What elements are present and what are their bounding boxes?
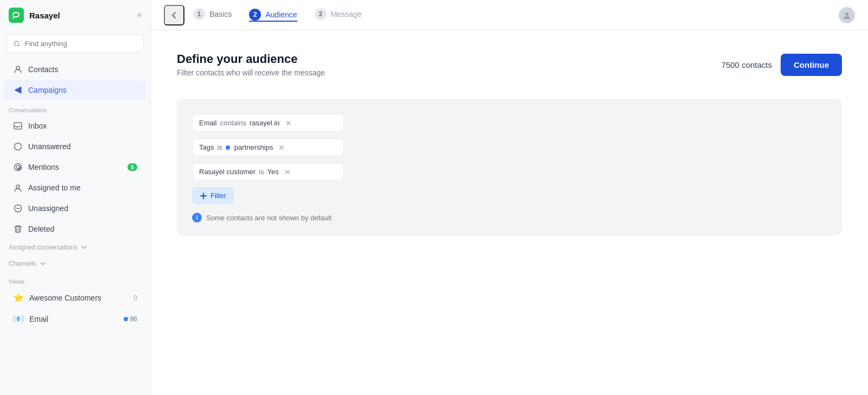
- add-filter-label: Filter: [210, 192, 226, 200]
- chevron-down-icon: [81, 244, 87, 251]
- campaigns-icon: [13, 85, 23, 95]
- filter-customer-op: is: [259, 168, 264, 176]
- rasayel-logo: [9, 8, 24, 23]
- page-subtitle: Filter contacts who will receive the mes…: [177, 68, 325, 77]
- app-name: Rasayel: [29, 11, 132, 20]
- sidebar-item-inbox[interactable]: Inbox: [4, 116, 146, 136]
- step-audience-label: Audience: [265, 10, 297, 19]
- back-arrow-icon: [169, 10, 179, 20]
- filter-tags-op: is: [217, 143, 222, 151]
- views-section-label: Views: [0, 272, 150, 287]
- add-filter-button[interactable]: Filter: [192, 187, 234, 204]
- topbar: 1 Basics 2 Audience 3 Message: [151, 0, 868, 30]
- avatar-icon: [842, 10, 852, 20]
- main-content: 1 Basics 2 Audience 3 Message D: [151, 0, 868, 395]
- sidebar-item-email[interactable]: 📧 Email 86: [4, 309, 146, 329]
- page-title: Define your audience: [177, 52, 325, 66]
- filter-customer-remove[interactable]: ✕: [284, 168, 291, 176]
- unassigned-icon: [13, 203, 23, 213]
- channels-label: Channels: [9, 260, 36, 267]
- channels-collapse[interactable]: Channels: [0, 256, 150, 272]
- unanswered-icon: [13, 142, 23, 151]
- assigned-conversations-collapse[interactable]: Assigned conversations: [0, 239, 150, 256]
- filter-email-value: rasayel.io: [250, 119, 280, 127]
- sidebar-item-unanswered[interactable]: Unanswered: [4, 137, 146, 156]
- svg-point-7: [16, 185, 20, 188]
- back-button[interactable]: [164, 5, 184, 26]
- info-icon: i: [192, 213, 202, 222]
- filter-customer-value: Yes: [267, 168, 278, 176]
- content-area: Define your audience Filter contacts who…: [151, 30, 868, 395]
- deleted-icon: [13, 224, 23, 234]
- step-basics[interactable]: 1 Basics: [193, 8, 232, 22]
- sidebar-item-inbox-label: Inbox: [28, 122, 47, 130]
- step-audience-num: 2: [249, 9, 261, 21]
- inbox-icon: [13, 121, 23, 131]
- sidebar-item-mentions-label: Mentions: [28, 163, 59, 171]
- star-icon: ⭐: [13, 292, 24, 303]
- filter-row-email: Email contains rasayel.io ✕: [192, 114, 344, 132]
- filter-row-tags: Tags is partnerships ✕: [192, 138, 344, 156]
- header-right: 7500 contacts Continue: [722, 54, 842, 76]
- email-view-icon: 📧: [13, 314, 24, 324]
- step-message[interactable]: 3 Message: [315, 8, 362, 22]
- email-badge-dot: [124, 317, 128, 321]
- steps-nav: 1 Basics 2 Audience 3 Message: [193, 8, 839, 22]
- email-count: 86: [130, 315, 137, 323]
- continue-button[interactable]: Continue: [781, 54, 842, 76]
- step-basics-num: 1: [193, 8, 205, 20]
- info-text: Some contacts are not shown by default: [206, 214, 331, 222]
- svg-point-2: [16, 66, 20, 69]
- contacts-icon: [13, 65, 23, 74]
- info-row: i Some contacts are not shown by default: [192, 213, 827, 222]
- user-avatar[interactable]: [839, 7, 855, 23]
- filter-email-field: Email: [199, 119, 217, 127]
- sidebar-item-awesome-customers[interactable]: ⭐ Awesome Customers 0: [4, 288, 146, 308]
- sidebar-item-contacts[interactable]: Contacts: [4, 60, 146, 79]
- email-label: Email: [29, 315, 48, 323]
- step-basics-label: Basics: [209, 10, 232, 18]
- plus-icon: [200, 192, 207, 200]
- mentions-badge: 5: [127, 163, 137, 171]
- sidebar-item-contacts-label: Contacts: [28, 65, 58, 74]
- svg-point-9: [845, 12, 848, 16]
- sidebar-item-assigned[interactable]: Assigned to me: [4, 178, 146, 197]
- sidebar-item-campaigns-label: Campaigns: [28, 86, 67, 94]
- status-dot: [137, 13, 142, 17]
- contacts-count: 7500 contacts: [722, 60, 772, 69]
- page-header: Define your audience Filter contacts who…: [177, 52, 842, 77]
- sidebar-item-mentions[interactable]: Mentions 5: [4, 157, 146, 177]
- tag-dot: [226, 145, 230, 150]
- sidebar-item-unassigned-label: Unassigned: [28, 204, 68, 213]
- step-audience[interactable]: 2 Audience: [249, 9, 297, 22]
- mentions-icon: [13, 162, 23, 172]
- sidebar: Rasayel Contacts Campaigns Conversations…: [0, 0, 151, 395]
- search-icon: [14, 40, 21, 48]
- filter-row-customer: Rasayel customer is Yes ✕: [192, 163, 344, 181]
- filter-tags-field: Tags: [199, 143, 214, 151]
- filter-tags-value-wrapper: partnerships: [226, 143, 273, 151]
- logo-icon: [9, 8, 24, 23]
- sidebar-item-deleted-label: Deleted: [28, 225, 54, 233]
- sidebar-item-deleted[interactable]: Deleted: [4, 219, 146, 239]
- page-header-text: Define your audience Filter contacts who…: [177, 52, 325, 77]
- sidebar-item-unassigned[interactable]: Unassigned: [4, 199, 146, 218]
- svg-rect-3: [14, 123, 22, 129]
- step-message-label: Message: [331, 10, 362, 18]
- sidebar-header: Rasayel: [0, 0, 150, 30]
- sidebar-item-campaigns[interactable]: Campaigns: [4, 80, 146, 100]
- search-input[interactable]: [25, 40, 137, 48]
- filter-tags-remove[interactable]: ✕: [278, 144, 285, 151]
- awesome-customers-label: Awesome Customers: [29, 294, 101, 302]
- awesome-customers-count: 0: [133, 294, 137, 302]
- filter-customer-field: Rasayel customer: [199, 168, 256, 176]
- chevron-down-icon-2: [40, 260, 46, 267]
- svg-rect-0: [9, 8, 24, 23]
- search-box[interactable]: [7, 35, 144, 53]
- filter-card: Email contains rasayel.io ✕ Tags is part…: [177, 99, 842, 235]
- filter-tags-value: partnerships: [234, 143, 273, 151]
- step-message-num: 3: [315, 8, 327, 20]
- filter-email-remove[interactable]: ✕: [285, 119, 292, 127]
- assigned-conversations-label: Assigned conversations: [9, 244, 78, 251]
- sidebar-item-unanswered-label: Unanswered: [28, 142, 71, 151]
